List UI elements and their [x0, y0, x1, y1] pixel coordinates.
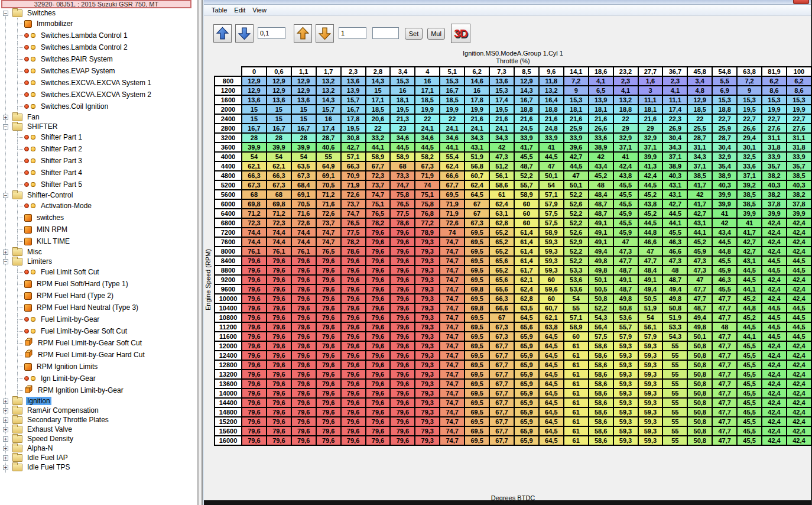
map-cell[interactable]: 74,7 — [440, 398, 465, 407]
rpm-row-header[interactable]: 2000 — [215, 105, 242, 114]
map-cell[interactable]: 15,3 — [564, 95, 589, 105]
map-cell[interactable]: 33,6 — [589, 133, 613, 143]
rpm-row-header[interactable]: 3600 — [215, 143, 242, 152]
map-cell[interactable]: 79,6 — [242, 379, 267, 389]
map-cell[interactable]: 59,3 — [638, 360, 663, 370]
map-cell[interactable]: 74,7 — [440, 370, 465, 379]
map-cell[interactable]: 64,5 — [539, 436, 564, 445]
map-cell[interactable]: 79,6 — [390, 256, 415, 266]
map-cell[interactable]: 55 — [662, 389, 687, 398]
tree-item-rpm-ignition-limits[interactable]: RPM Ignition Limits — [0, 361, 197, 373]
map-cell[interactable]: 69,5 — [465, 351, 489, 360]
map-cell[interactable]: 27,6 — [787, 124, 811, 133]
map-cell[interactable]: 40,3 — [712, 180, 737, 190]
rpm-row-header[interactable]: 9600 — [215, 284, 242, 294]
map-cell[interactable]: 79,6 — [366, 322, 391, 332]
map-cell[interactable]: 15 — [291, 105, 316, 114]
map-cell[interactable]: 69,5 — [440, 190, 465, 199]
map-cell[interactable]: 62,1 — [514, 275, 539, 284]
map-cell[interactable]: 42,4 — [787, 360, 811, 370]
map-cell[interactable]: 79,6 — [390, 389, 415, 398]
map-cell[interactable]: 79,6 — [341, 332, 366, 341]
map-cell[interactable]: 66,6 — [440, 171, 465, 180]
map-cell[interactable]: 63,5 — [514, 303, 539, 313]
map-cell[interactable]: 79,6 — [267, 379, 291, 389]
tree-item-exhaust-valve[interactable]: +Exhaust Valve — [0, 425, 197, 434]
throttle-col-header[interactable]: 63,8 — [737, 67, 762, 76]
throttle-col-header[interactable]: 9,6 — [539, 67, 564, 76]
map-cell[interactable]: 45,5 — [737, 417, 762, 426]
map-cell[interactable]: 79,6 — [390, 436, 415, 445]
tree-item-rpm-fuel-limit-by-gear-soft-cut[interactable]: RPM Fuel Limit-by-Gear Soft Cut — [0, 337, 197, 349]
map-cell[interactable]: 21,6 — [489, 114, 514, 124]
map-cell[interactable]: 48,7 — [514, 161, 539, 171]
map-cell[interactable]: 24,1 — [489, 124, 514, 133]
map-cell[interactable]: 50,8 — [687, 417, 712, 426]
map-cell[interactable]: 58,6 — [589, 398, 613, 407]
rpm-row-header[interactable]: 12000 — [215, 341, 242, 351]
map-cell[interactable]: 45,9 — [613, 228, 638, 237]
map-cell[interactable]: 21,6 — [564, 114, 589, 124]
map-cell[interactable]: 59,3 — [613, 341, 638, 351]
map-cell[interactable]: 18,5 — [415, 95, 440, 105]
map-cell[interactable]: 79,3 — [415, 332, 440, 341]
map-cell[interactable]: 67,3 — [267, 180, 291, 190]
map-cell[interactable]: 65,6 — [489, 275, 514, 284]
map-cell[interactable]: 72,6 — [291, 218, 316, 228]
map-cell[interactable]: 57,9 — [613, 332, 638, 341]
map-cell[interactable]: 72,3 — [267, 218, 291, 228]
map-cell[interactable]: 75,1 — [415, 190, 440, 199]
map-cell[interactable]: 79,6 — [366, 417, 391, 426]
map-cell[interactable]: 42,4 — [762, 389, 787, 398]
map-cell[interactable]: 40,6 — [316, 143, 341, 152]
map-cell[interactable]: 79,6 — [390, 332, 415, 341]
tree-item-rpm-fuel-hard-type-2-[interactable]: RPM Fuel Hard (Type 2) — [0, 290, 197, 302]
map-cell[interactable]: 74,7 — [390, 180, 415, 190]
map-cell[interactable]: 45,9 — [712, 266, 737, 275]
map-cell[interactable]: 29 — [638, 124, 663, 133]
map-cell[interactable]: 37,8 — [762, 199, 787, 209]
menu-view[interactable]: View — [249, 7, 270, 14]
map-cell[interactable]: 15 — [242, 105, 267, 114]
map-cell[interactable]: 37,1 — [662, 152, 687, 161]
rpm-row-header[interactable]: 13200 — [215, 370, 242, 379]
rpm-row-header[interactable]: 6800 — [215, 218, 242, 228]
map-cell[interactable]: 72,6 — [341, 190, 366, 199]
map-cell[interactable]: 79,6 — [316, 275, 341, 284]
tree-item-shifter-part-1[interactable]: Shifter Part 1 — [0, 131, 197, 143]
map-cell[interactable]: 15 — [267, 105, 291, 114]
map-cell[interactable]: 65,9 — [514, 417, 539, 426]
map-cell[interactable]: 44,5 — [762, 256, 787, 266]
map-cell[interactable]: 25,9 — [564, 124, 589, 133]
rpm-row-header[interactable]: 5600 — [215, 190, 242, 199]
map-cell[interactable]: 60 — [514, 199, 539, 209]
map-cell[interactable]: 60,7 — [539, 303, 564, 313]
map-cell[interactable]: 59,3 — [613, 407, 638, 417]
map-cell[interactable]: 18,5 — [687, 105, 712, 114]
map-cell[interactable]: 49,1 — [589, 237, 613, 247]
map-cell[interactable]: 76,1 — [267, 247, 291, 256]
map-cell[interactable]: 57,1 — [564, 313, 589, 322]
map-cell[interactable]: 79,6 — [242, 351, 267, 360]
map-cell[interactable]: 69,5 — [465, 313, 489, 322]
map-cell[interactable]: 65,9 — [514, 426, 539, 436]
map-cell[interactable]: 41 — [737, 218, 762, 228]
map-cell[interactable]: 79,6 — [267, 407, 291, 417]
map-cell[interactable]: 59,3 — [638, 407, 663, 417]
map-cell[interactable]: 74,7 — [440, 294, 465, 303]
tree-item-immobilizer[interactable]: Immobilizer — [0, 18, 197, 30]
map-cell[interactable]: 79,3 — [415, 284, 440, 294]
map-cell[interactable]: 42,4 — [787, 351, 811, 360]
map-cell[interactable]: 44,5 — [638, 180, 663, 190]
map-cell[interactable]: 42,4 — [787, 370, 811, 379]
map-cell[interactable]: 74,7 — [440, 379, 465, 389]
map-cell[interactable]: 67,7 — [489, 398, 514, 407]
map-cell[interactable]: 41,7 — [687, 199, 712, 209]
map-cell[interactable]: 49,8 — [662, 294, 687, 303]
map-cell[interactable]: 47,3 — [687, 256, 712, 266]
map-cell[interactable]: 24,1 — [415, 124, 440, 133]
map-cell[interactable]: 47,7 — [712, 407, 737, 417]
map-cell[interactable]: 79,6 — [341, 284, 366, 294]
map-cell[interactable]: 45,5 — [737, 360, 762, 370]
map-cell[interactable]: 44,8 — [712, 247, 737, 256]
